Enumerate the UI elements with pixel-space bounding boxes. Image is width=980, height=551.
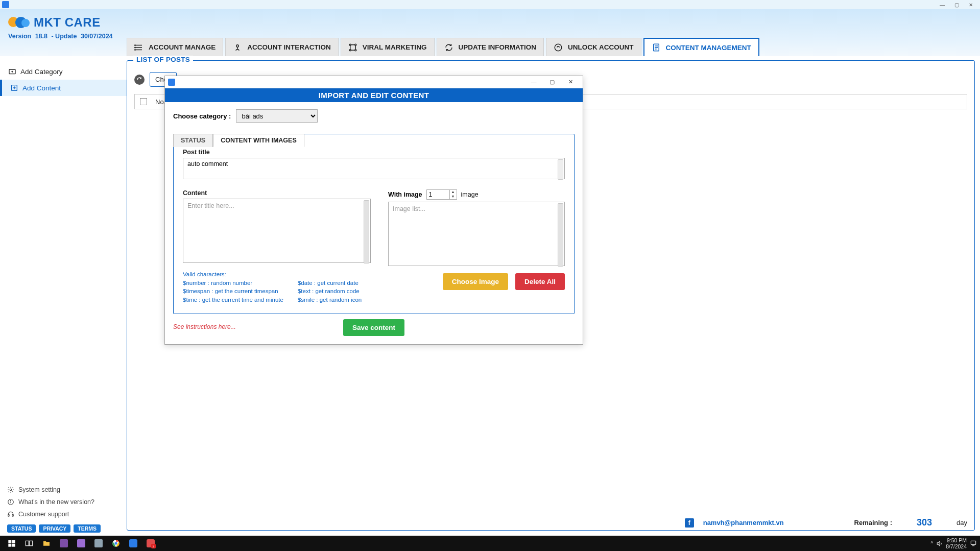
start-button[interactable]	[3, 537, 20, 550]
list-icon	[134, 43, 144, 52]
svg-point-18	[10, 489, 12, 491]
with-image-label: With image	[388, 191, 422, 198]
see-instructions-link[interactable]: See instructions here...	[173, 323, 236, 330]
main-tabs: ACCOUNT MANAGE ACCOUNT INTERACTION VIRAL…	[127, 37, 980, 56]
task-view-icon[interactable]	[20, 537, 38, 550]
hint-item: $timespan : get the current timespan	[183, 287, 283, 296]
window-maximize-button[interactable]: ▢	[949, 1, 964, 9]
svg-rect-33	[971, 541, 975, 544]
link-whats-new[interactable]: What's in the new version?	[7, 496, 119, 508]
content-label: Content	[183, 189, 371, 197]
modal-app-icon	[168, 79, 175, 86]
tray-notifications-icon[interactable]	[970, 540, 977, 547]
folder-plus-icon	[8, 67, 16, 76]
svg-rect-24	[8, 540, 11, 543]
sidebar-item-add-category[interactable]: Add Category	[0, 63, 127, 80]
modal-titlebar: — ▢ ✕	[165, 76, 583, 88]
svg-rect-22	[8, 515, 9, 517]
file-explorer-icon[interactable]	[38, 537, 55, 550]
badge-terms[interactable]: TERMS	[74, 524, 101, 533]
modal-title: IMPORT AND EDIT CONTENT	[165, 88, 583, 102]
app-icon-2[interactable]	[73, 537, 90, 550]
modal-close-button[interactable]: ✕	[561, 77, 580, 88]
link-label: System setting	[18, 486, 60, 493]
svg-rect-23	[12, 515, 13, 517]
tray-chevron-icon[interactable]: ^	[930, 540, 933, 546]
link-system-setting[interactable]: System setting	[7, 484, 119, 496]
svg-rect-27	[12, 544, 15, 547]
select-all-checkbox[interactable]	[140, 98, 147, 105]
svg-point-10	[355, 49, 356, 51]
tab-account-interaction[interactable]: ACCOUNT INTERACTION	[225, 38, 339, 56]
image-count-input[interactable]	[426, 189, 450, 200]
tab-unlock-account[interactable]: UNLOCK ACCOUNT	[546, 38, 641, 56]
content-textarea[interactable]	[183, 199, 371, 263]
spinner-up[interactable]: ▲	[450, 190, 457, 195]
image-count-spinner[interactable]: ▲▼	[426, 189, 457, 200]
choose-category-label: Choose category :	[173, 112, 231, 120]
chrome-icon[interactable]	[107, 537, 125, 550]
badge-status[interactable]: STATUS	[7, 524, 36, 533]
contact-email[interactable]: namvh@phanmemmkt.vn	[703, 519, 784, 526]
post-title-label: Post title	[183, 149, 565, 156]
system-tray[interactable]: ^ 9:50 PM 8/7/2024	[930, 537, 977, 549]
facebook-icon[interactable]: f	[685, 518, 694, 528]
remaining-label: Remaining :	[854, 519, 892, 526]
touch-icon	[233, 43, 242, 52]
scrollbar-stub[interactable]	[558, 159, 563, 180]
subtab-status[interactable]: STATUS	[173, 134, 213, 147]
remaining-value: 303	[917, 517, 932, 528]
content-subtabs: STATUS CONTENT WITH IMAGES	[173, 134, 304, 147]
app-icon-4[interactable]	[125, 537, 142, 550]
tab-label: VIRAL MARKETING	[363, 43, 427, 51]
window-minimize-button[interactable]: —	[935, 1, 949, 9]
modal-minimize-button[interactable]: —	[524, 77, 543, 88]
tab-viral-marketing[interactable]: VIRAL MARKETING	[341, 38, 435, 56]
headset-icon	[7, 511, 14, 518]
window-titlebar: — ▢ ✕	[0, 0, 980, 9]
hint-item: $time : get the current time and minute	[183, 296, 283, 304]
badge-privacy[interactable]: PRIVACY	[39, 524, 70, 533]
refresh-button[interactable]	[134, 75, 145, 85]
scrollbar-stub[interactable]	[364, 200, 369, 263]
svg-rect-28	[26, 541, 29, 545]
app-version-row: Version 18.8 - Update 30/07/2024	[8, 33, 118, 40]
document-icon	[652, 43, 661, 52]
tab-account-manage[interactable]: ACCOUNT MANAGE	[127, 38, 223, 56]
choose-image-button[interactable]: Choose Image	[443, 273, 508, 290]
tab-content-management[interactable]: CONTENT MANAGEMENT	[643, 38, 759, 56]
svg-marker-32	[937, 541, 940, 546]
subtab-content-with-images[interactable]: CONTENT WITH IMAGES	[213, 134, 304, 147]
spinner-down[interactable]: ▼	[450, 195, 457, 199]
link-label: What's in the new version?	[18, 498, 94, 506]
scrollbar-stub[interactable]	[558, 203, 563, 267]
gear-icon	[7, 486, 14, 493]
window-close-button[interactable]: ✕	[964, 1, 978, 9]
app-icon-1[interactable]	[55, 537, 73, 550]
sidebar: Add Category Add Content System setting …	[0, 56, 127, 536]
link-customer-support[interactable]: Customer support	[7, 508, 119, 520]
tray-volume-icon[interactable]	[936, 540, 943, 547]
image-list-textarea[interactable]	[388, 202, 565, 266]
svg-rect-29	[30, 541, 33, 545]
delete-all-button[interactable]: Delete All	[515, 273, 565, 290]
svg-point-21	[11, 500, 11, 501]
save-content-button[interactable]: Save content	[343, 319, 404, 336]
sidebar-item-label: Add Category	[20, 68, 63, 76]
app-icon-5[interactable]: 2	[142, 537, 159, 550]
post-title-input[interactable]	[183, 158, 565, 179]
category-select[interactable]: bài ads	[236, 109, 318, 123]
hint-item: $date : get current date	[298, 279, 362, 288]
tray-date: 8/7/2024	[946, 543, 967, 549]
sidebar-item-add-content[interactable]: Add Content	[0, 80, 127, 96]
refresh-icon	[444, 43, 453, 52]
svg-point-5	[135, 49, 136, 50]
remaining-unit: day	[957, 519, 967, 526]
unlock-icon	[554, 43, 563, 52]
modal-maximize-button[interactable]: ▢	[543, 77, 561, 88]
tab-update-information[interactable]: UPDATE INFORMATION	[437, 38, 544, 56]
import-edit-content-modal: — ▢ ✕ IMPORT AND EDIT CONTENT Choose cat…	[164, 76, 583, 345]
app-logo-icon	[8, 16, 31, 29]
app-icon-3[interactable]	[90, 537, 107, 550]
svg-point-4	[135, 47, 136, 48]
